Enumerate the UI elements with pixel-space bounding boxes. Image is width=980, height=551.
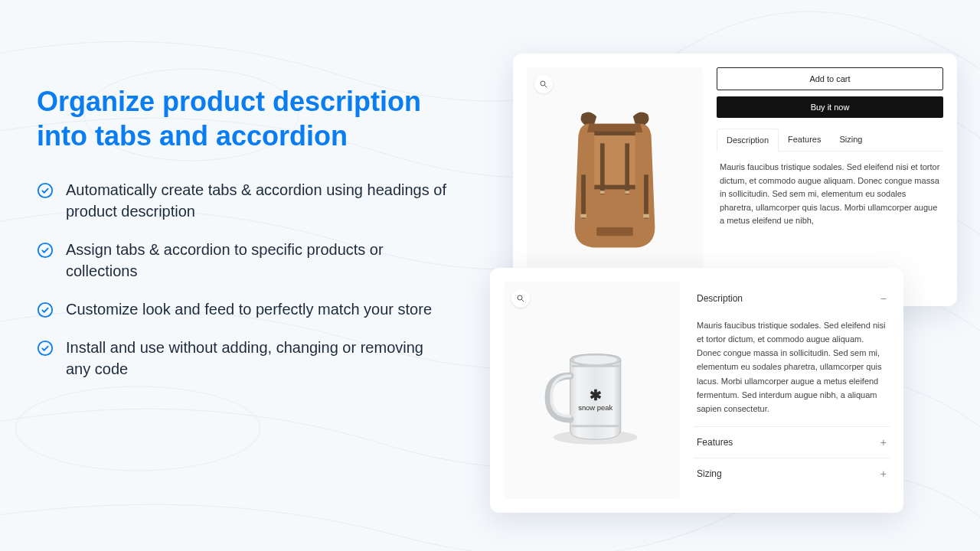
plus-icon: + xyxy=(880,468,887,480)
tab-features[interactable]: Features xyxy=(779,129,830,151)
svg-point-5 xyxy=(38,243,52,257)
preview-card-accordion: ✱ snow peak Description − Mauris faucibu… xyxy=(490,268,903,513)
feature-text: Assign tabs & accordion to specific prod… xyxy=(66,239,450,282)
page-headline: Organize product description into tabs a… xyxy=(37,84,450,153)
svg-rect-14 xyxy=(600,191,605,194)
zoom-icon[interactable] xyxy=(534,75,553,93)
check-circle-icon xyxy=(37,302,54,318)
svg-rect-13 xyxy=(625,143,629,194)
feature-text: Install and use without adding, changing… xyxy=(66,337,450,380)
svg-rect-12 xyxy=(600,143,605,194)
add-to-cart-button[interactable]: Add to cart xyxy=(717,67,943,90)
accordion-item-description: Description − Mauris faucibus tristique … xyxy=(694,283,890,427)
svg-rect-20 xyxy=(596,227,633,236)
accordion-title: Sizing xyxy=(697,468,722,479)
check-circle-icon xyxy=(37,340,54,357)
feature-text: Customize look and feed to perfectly mat… xyxy=(66,298,432,320)
check-circle-icon xyxy=(37,242,54,259)
svg-point-6 xyxy=(38,303,52,317)
accordion-head-features[interactable]: Features + xyxy=(694,427,890,458)
svg-point-4 xyxy=(38,184,52,197)
feature-text: Automatically create tabs & accordion us… xyxy=(66,179,450,222)
mug-brand-label: snow peak xyxy=(578,403,612,412)
accordion-head-sizing[interactable]: Sizing + xyxy=(694,458,890,489)
mug-illustration: ✱ snow peak xyxy=(527,325,657,455)
minus-icon: − xyxy=(880,292,887,305)
svg-rect-26 xyxy=(572,365,619,367)
buy-now-button[interactable]: Buy it now xyxy=(717,96,943,118)
svg-point-25 xyxy=(573,356,617,364)
feature-item: Install and use without adding, changing… xyxy=(37,337,450,380)
tabs-row: Description Features Sizing xyxy=(717,129,943,152)
svg-line-9 xyxy=(545,86,547,88)
tab-body-description: Mauris faucibus tristique sodales. Sed e… xyxy=(717,152,943,228)
svg-point-7 xyxy=(38,341,52,355)
accordion-item-features: Features + xyxy=(694,427,890,458)
product-image-backpack xyxy=(527,67,703,292)
accordion-head-description[interactable]: Description − xyxy=(694,283,890,314)
backpack-illustration xyxy=(554,103,676,256)
feature-item: Automatically create tabs & accordion us… xyxy=(37,179,450,222)
check-circle-icon xyxy=(37,182,54,199)
svg-rect-16 xyxy=(581,174,586,218)
plus-icon: + xyxy=(880,436,887,448)
product-image-mug: ✱ snow peak xyxy=(504,282,680,499)
accordion-item-sizing: Sizing + xyxy=(694,458,890,489)
svg-rect-19 xyxy=(643,214,649,218)
preview-area: Add to cart Buy it now Description Featu… xyxy=(482,54,957,520)
svg-rect-17 xyxy=(644,174,648,218)
accordion-title: Description xyxy=(697,293,743,304)
feature-list: Automatically create tabs & accordion us… xyxy=(37,179,450,380)
accordion-body-description: Mauris faucibus tristique sodales. Sed e… xyxy=(694,314,890,426)
svg-point-8 xyxy=(541,81,545,86)
svg-rect-18 xyxy=(580,214,586,218)
tab-sizing[interactable]: Sizing xyxy=(830,129,871,151)
tab-description[interactable]: Description xyxy=(717,129,779,152)
svg-line-22 xyxy=(522,300,524,302)
feature-item: Assign tabs & accordion to specific prod… xyxy=(37,239,450,282)
zoom-icon[interactable] xyxy=(511,289,530,308)
feature-item: Customize look and feed to perfectly mat… xyxy=(37,298,450,320)
svg-rect-15 xyxy=(625,191,629,194)
svg-rect-27 xyxy=(572,425,619,427)
svg-text:✱: ✱ xyxy=(590,387,602,403)
svg-point-21 xyxy=(518,295,522,300)
accordion-title: Features xyxy=(697,437,733,448)
svg-point-3 xyxy=(15,386,260,471)
